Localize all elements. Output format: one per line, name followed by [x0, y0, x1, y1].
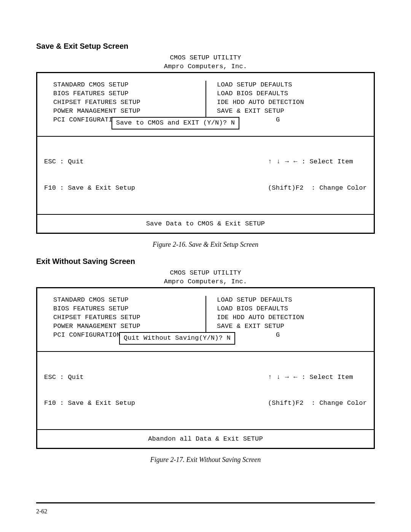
menu-item[interactable]: LOAD BIOS DEFAULTS [217, 305, 362, 313]
menu-item[interactable]: POWER MANAGEMENT SETUP [53, 107, 206, 116]
bios-key-hints-right: ↑ ↓ → ← : Select Item (Shift)F2 : Change… [268, 141, 367, 211]
bios-box: STANDARD CMOS SETUP BIOS FEATURES SETUP … [36, 287, 375, 449]
menu-item[interactable]: CHIPSET FEATURES SETUP [53, 98, 206, 107]
menu-item[interactable]: LOAD BIOS DEFAULTS [217, 89, 362, 98]
menu-item[interactable]: STANDARD CMOS SETUP [53, 296, 206, 305]
bios-key-hints-left: ESC : Quit F10 : Save & Exit Setup [44, 141, 135, 211]
menu-item[interactable]: BIOS FEATURES SETUP [53, 89, 206, 98]
confirm-dialog[interactable]: Quit Without Saving(Y/N)? N [119, 332, 235, 345]
bios-footer: Abandon all Data & Exit SETUP [37, 429, 374, 448]
bios-box: STANDARD CMOS SETUP BIOS FEATURES SETUP … [36, 72, 375, 234]
figure-caption: Figure 2-17. Exit Without Saving Screen [36, 456, 375, 464]
menu-item[interactable]: CHIPSET FEATURES SETUP [53, 313, 206, 322]
hint-select-item: ↑ ↓ → ← : Select Item [268, 373, 367, 382]
bios-title-line: CMOS SETUP UTILITY [36, 54, 375, 62]
bios-subtitle-line: Ampro Computers, Inc. [36, 278, 375, 286]
hint-change-color: (Shift)F2 : Change Color [268, 399, 367, 408]
section-heading: Save & Exit Setup Screen [36, 42, 375, 51]
page-number: 2-62 [36, 508, 47, 515]
figure-caption: Figure 2-16. Save & Exit Setup Screen [36, 241, 375, 249]
confirm-dialog[interactable]: Save to CMOS and EXIT (Y/N)? N [112, 117, 239, 129]
bios-footer: Save Data to CMOS & Exit SETUP [37, 214, 374, 233]
hint-esc: ESC : Quit [44, 158, 135, 166]
menu-item[interactable]: POWER MANAGEMENT SETUP [53, 322, 206, 331]
menu-item[interactable]: LOAD SETUP DEFAULTS [217, 81, 362, 89]
hint-esc: ESC : Quit [44, 373, 135, 382]
hint-change-color: (Shift)F2 : Change Color [268, 184, 367, 193]
hint-select-item: ↑ ↓ → ← : Select Item [268, 158, 367, 166]
page-rule [36, 502, 375, 503]
hint-f10: F10 : Save & Exit Setup [44, 184, 135, 193]
page: Save & Exit Setup Screen CMOS SETUP UTIL… [0, 0, 411, 532]
bios-key-hints: ESC : Quit F10 : Save & Exit Setup ↑ ↓ →… [37, 351, 374, 430]
menu-item[interactable]: BIOS FEATURES SETUP [53, 305, 206, 313]
bios-key-hints-right: ↑ ↓ → ← : Select Item (Shift)F2 : Change… [268, 356, 367, 426]
menu-item[interactable]: LOAD SETUP DEFAULTS [217, 296, 362, 305]
menu-item[interactable]: STANDARD CMOS SETUP [53, 81, 206, 89]
arrows-icon: ↑ ↓ → ← [268, 158, 298, 165]
section-heading: Exit Without Saving Screen [36, 257, 375, 266]
hint-select-item-text: : Select Item [298, 158, 353, 165]
arrows-icon: ↑ ↓ → ← [268, 374, 298, 381]
bios-menu-area: STANDARD CMOS SETUP BIOS FEATURES SETUP … [37, 73, 374, 136]
hint-select-item-text: : Select Item [298, 374, 353, 381]
menu-item[interactable]: SAVE & EXIT SETUP [217, 107, 362, 116]
bios-title-line: CMOS SETUP UTILITY [36, 269, 375, 278]
bios-key-hints-left: ESC : Quit F10 : Save & Exit Setup [44, 356, 135, 426]
bios-key-hints: ESC : Quit F10 : Save & Exit Setup ↑ ↓ →… [37, 136, 374, 214]
hint-f10: F10 : Save & Exit Setup [44, 399, 135, 408]
menu-item[interactable]: IDE HDD AUTO DETECTION [217, 98, 362, 107]
bios-menu-area: STANDARD CMOS SETUP BIOS FEATURES SETUP … [37, 288, 374, 351]
menu-item[interactable]: SAVE & EXIT SETUP [217, 322, 362, 331]
bios-subtitle-line: Ampro Computers, Inc. [36, 62, 375, 71]
menu-item[interactable]: IDE HDD AUTO DETECTION [217, 313, 362, 322]
menu-item-trailing: G [217, 331, 362, 340]
